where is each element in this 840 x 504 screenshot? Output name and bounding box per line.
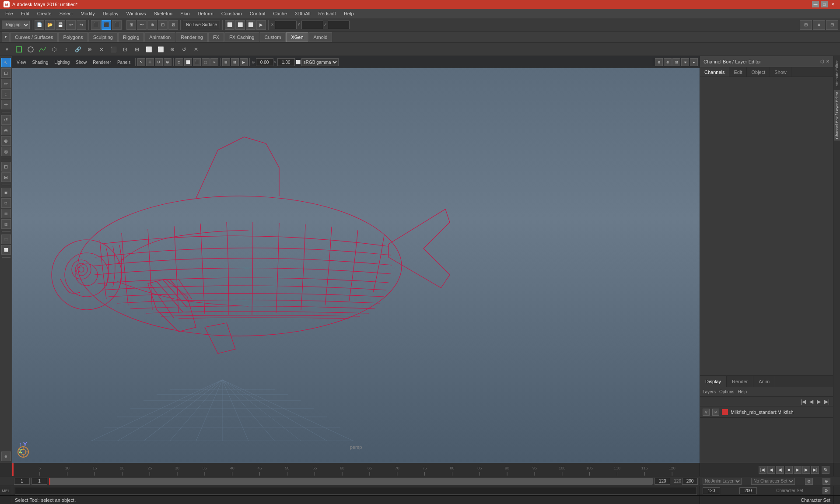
vp-show-menu[interactable]: Show [73,59,89,66]
tool-universal[interactable]: ⊗ [1,136,11,146]
vp-texture[interactable]: ⬚ [202,58,210,66]
y-coord-field[interactable] [301,21,323,29]
menu-control[interactable]: Control [246,10,269,17]
icon-bar-toggle[interactable]: ▼ [2,44,12,55]
tab-arnold[interactable]: Arnold [309,32,332,42]
tool-display2[interactable]: ⊡ [1,198,11,208]
menu-deform[interactable]: Deform [194,10,217,17]
attribute-editor-tab[interactable]: Attribute Editor [835,58,839,89]
range-extra-btn[interactable]: ⊕ [822,478,830,485]
ipr-render-btn[interactable]: ⬜ [235,20,245,30]
tool-display4[interactable]: ▥ [1,219,11,229]
cmd-right-field1[interactable] [703,487,720,494]
anim-end-field[interactable] [682,478,698,485]
vp-renderer-menu[interactable]: Renderer [90,59,114,66]
mode-dropdown[interactable]: Rigging [2,21,30,29]
tool-display1[interactable]: ▣ [1,188,11,197]
gamma-dropdown[interactable]: sRGB gamma [301,58,339,66]
close-button[interactable]: ✕ [830,1,836,7]
range-settings-btn[interactable]: ⚙ [805,478,813,485]
tab-show[interactable]: Show [770,67,791,77]
icon-circle-select[interactable] [25,44,36,55]
z-coord-field[interactable] [328,21,350,29]
snap-curve-btn[interactable]: 〜 [137,20,147,30]
tab-xgen[interactable]: XGen [286,32,308,42]
anim-layer-dropdown[interactable]: No Anim Layer [703,478,742,485]
menu-windows[interactable]: Windows [123,10,150,17]
tool-lasso[interactable]: ⊡ [1,68,11,78]
pb-next-frame[interactable]: ▶ [802,466,810,474]
tool-paint[interactable]: ✏ [1,79,11,88]
range-slider[interactable] [49,478,653,485]
vp-lights[interactable]: ☀ [210,58,218,66]
icon-controls[interactable]: ⊡ [120,44,130,55]
nav-arrow-prev[interactable]: ◀ [808,399,814,405]
render-all-btn[interactable]: ▶ [256,20,266,30]
layer-playback-btn[interactable]: P [712,409,719,416]
range-end-field[interactable] [654,478,670,485]
vp-move-btn[interactable]: ✛ [146,58,154,66]
vp-wireframe[interactable]: ⬜ [184,58,192,66]
nav-arrow-last[interactable]: ▶| [823,399,830,405]
menu-skeleton[interactable]: Skeleton [150,10,176,17]
vp-hud-toggle[interactable]: ⊟ [231,58,239,66]
tool-select[interactable]: ↖ [1,58,11,67]
icon-constraint[interactable]: 🔗 [73,44,83,55]
nav-arrow-next[interactable]: ▶ [816,399,822,405]
menu-redshift[interactable]: Redshift [315,10,340,17]
vp-frame-all[interactable]: ⊡ [175,58,183,66]
timeline[interactable]: 5 10 15 20 25 30 35 40 [12,463,700,476]
vp-rot-btn[interactable]: ↺ [155,58,163,66]
tool-camera-pan[interactable]: ⬚ [1,234,11,244]
open-scene-btn[interactable]: 📂 [45,20,55,30]
icon-extra4[interactable]: ⊕ [167,44,178,55]
tab-rigging[interactable]: Rigging [118,32,144,42]
menu-skin[interactable]: Skin [177,10,193,17]
nav-arrow-first[interactable]: |◀ [800,399,807,405]
char-set-dropdown[interactable]: No Character Set [751,478,795,485]
vp-smooth[interactable]: ⬛ [193,58,201,66]
tab-sculpting[interactable]: Sculpting [88,32,118,42]
pb-prev-key[interactable]: |◀ [759,466,766,474]
tab-rendering[interactable]: Rendering [176,32,208,42]
vp-scale-btn[interactable]: ⊕ [164,58,172,66]
tool-soft-select[interactable]: ◎ [1,147,11,156]
menu-create[interactable]: Create [34,10,55,17]
icon-select[interactable] [14,44,24,55]
command-input[interactable] [15,487,697,495]
mode-bar-toggle[interactable]: ▼ [2,32,10,42]
menu-edit[interactable]: Edit [18,10,33,17]
icon-extra2[interactable]: ⬜ [144,44,154,55]
snap-point-btn[interactable]: ⊕ [147,20,157,30]
icon-skeleton[interactable]: ⊕ [84,44,95,55]
icon-deform[interactable]: ↕ [61,44,71,55]
pb-prev-frame[interactable]: ◀ [767,466,775,474]
tool-snap[interactable]: ⊞ [1,162,11,172]
x-coord-field[interactable] [275,21,297,29]
vp-extra4[interactable]: ☀ [681,58,689,66]
menu-3dtoall[interactable]: 3DtoAll [291,10,314,17]
vp-extra1[interactable]: ⊕ [655,58,663,66]
icon-skin[interactable]: ⬛ [108,44,119,55]
icon-extra6[interactable]: ✕ [191,44,201,55]
icon-surface[interactable]: ⬡ [49,44,60,55]
tool-camera-zoom[interactable]: ⬜ [1,245,11,255]
select-by-hierarchy-btn[interactable]: ⬛ [91,20,101,30]
gamma-mult-field[interactable] [277,58,295,66]
cmd-settings-btn[interactable]: ⚙ [822,487,830,494]
redo-btn[interactable]: ↪ [77,20,86,30]
pb-play-fwd[interactable]: ▶ [794,466,802,474]
tab-fx[interactable]: FX [208,32,224,42]
gamma-in-field[interactable] [256,58,273,66]
menu-display[interactable]: Display [99,10,122,17]
layer-options-btn[interactable]: Options [719,389,734,394]
menu-select[interactable]: Select [56,10,77,17]
menu-cache[interactable]: Cache [270,10,290,17]
icon-extra1[interactable]: ⊞ [132,44,142,55]
tab-edit[interactable]: Edit [729,67,747,77]
tool-measure[interactable]: ⊟ [1,172,11,182]
channel-box-close-btn[interactable]: ✕ [826,59,830,64]
icon-curves[interactable] [37,44,48,55]
vp-extra3[interactable]: ⊡ [672,58,680,66]
layer-tab-anim[interactable]: Anim [753,376,775,387]
